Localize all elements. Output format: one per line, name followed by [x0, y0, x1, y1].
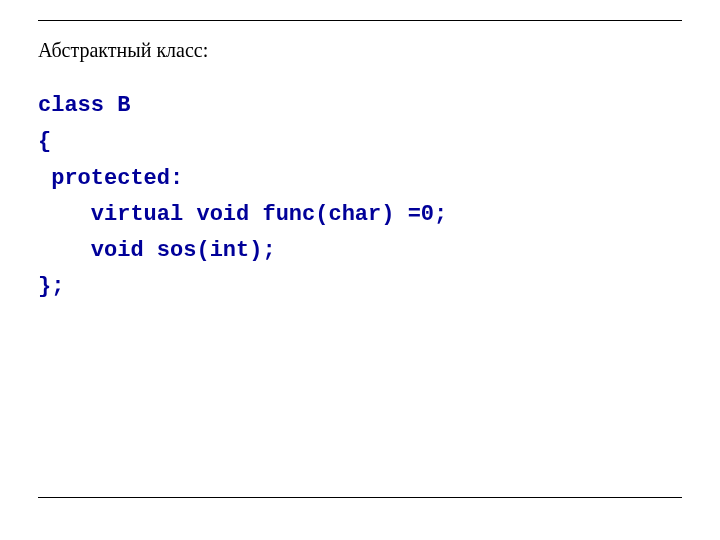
code-line: };	[38, 274, 64, 299]
bottom-divider	[38, 497, 682, 498]
code-block: class B { protected: virtual void func(c…	[38, 88, 682, 306]
code-line: {	[38, 129, 51, 154]
code-line: protected:	[38, 166, 183, 191]
code-line: virtual void func(char) =0;	[38, 202, 447, 227]
slide: Абстрактный класс: class B { protected: …	[0, 0, 720, 540]
slide-title: Абстрактный класс:	[38, 39, 682, 62]
code-line: class B	[38, 93, 130, 118]
code-line: void sos(int);	[38, 238, 276, 263]
top-divider	[38, 20, 682, 21]
